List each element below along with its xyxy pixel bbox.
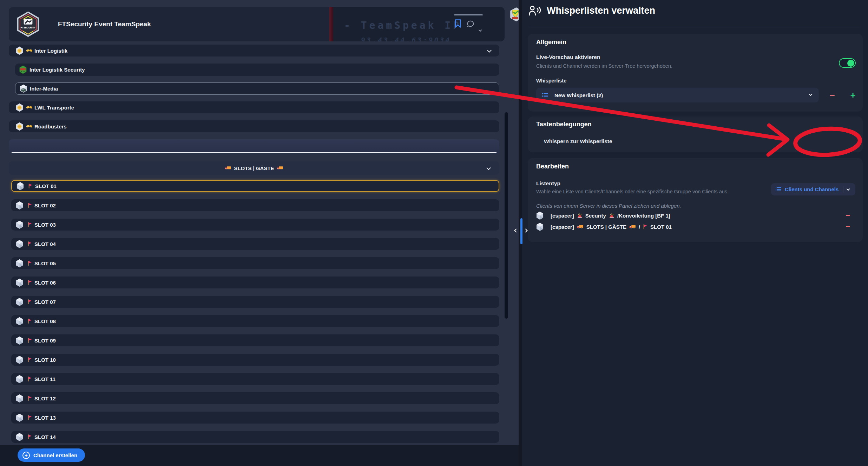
channel-row-inter-media[interactable]: Inter-Media	[15, 82, 499, 95]
hexagon-channel-icon	[16, 220, 23, 229]
spacer-underline	[12, 152, 497, 153]
channel-row-slot[interactable]: SLOT 04	[11, 238, 499, 250]
flag-icon	[27, 318, 32, 324]
channel-row-slot[interactable]: SLOT 01	[11, 180, 499, 192]
live-preview-toggle[interactable]	[839, 58, 856, 68]
channel-row-slot[interactable]: SLOT 05	[11, 257, 499, 269]
group-header-label: SLOTS | GÄSTE	[234, 165, 274, 171]
whisperlist-select[interactable]: New Whisperlist (2)	[536, 88, 819, 102]
flag-icon	[27, 415, 32, 420]
section-title: Bearbeiten	[536, 163, 569, 170]
channel-row-slot[interactable]: SLOT 10	[11, 354, 499, 366]
hotkey-assign-area[interactable]	[778, 133, 849, 149]
channel-label: SLOT 04	[34, 241, 56, 247]
list-icon	[542, 93, 548, 98]
section-title: Tastenbelegungen	[536, 121, 592, 128]
whisperlist-value: New Whisperlist (2)	[554, 92, 603, 98]
hexagon-channel-icon	[16, 413, 23, 422]
chevron-down-icon[interactable]	[479, 28, 482, 32]
handshake-icon	[26, 48, 33, 53]
channel-row-slots-gaeste[interactable]: SLOTS | GÄSTE	[9, 161, 499, 175]
remove-entry-button[interactable]: −	[846, 211, 850, 220]
channel-row-inter-logistik-security[interactable]: Inter Logistik Security	[15, 64, 499, 76]
flag-icon	[27, 260, 32, 266]
channel-row-slot[interactable]: SLOT 03	[11, 219, 499, 231]
channel-row-lwl-transporte[interactable]: LWL Transporte	[9, 101, 499, 113]
flag-icon	[27, 338, 32, 343]
channel-label: SLOT 05	[34, 260, 56, 266]
entry-separator: /	[639, 224, 640, 230]
truck-icon	[225, 166, 231, 171]
hexagon-channel-icon	[16, 375, 23, 384]
channel-label: SLOT 03	[34, 222, 56, 228]
server-tree-panel: FTSECURITY FTSecurity Event TeamSpeak - …	[0, 0, 519, 466]
channel-row-slot[interactable]: SLOT 13	[11, 412, 499, 424]
handshake-icon	[26, 105, 33, 110]
remove-whisperlist-button[interactable]: −	[824, 89, 840, 101]
entry-prefix: [cspacer]	[551, 224, 574, 230]
flag-icon	[27, 280, 32, 285]
channel-row-slot[interactable]: SLOT 11	[11, 373, 499, 385]
create-channel-label: Channel erstellen	[33, 452, 77, 458]
channel-label: SLOT 08	[34, 318, 56, 324]
handshake-icon	[26, 124, 33, 129]
plus-circle-icon: +	[22, 452, 30, 459]
chat-icon[interactable]	[467, 20, 474, 29]
whisperlist-entry[interactable]: [cspacer] SLOTS | GÄSTE / SLOT 01 −	[536, 221, 854, 232]
entry-suffix: SLOT 01	[650, 224, 672, 230]
create-channel-button[interactable]: + Channel erstellen	[18, 448, 85, 462]
channel-label: Roadbusters	[34, 124, 67, 129]
remove-entry-button[interactable]: −	[846, 222, 850, 231]
whisperlist-panel: Whisperlisten verwalten Allgemein Live-V…	[522, 0, 868, 466]
drag-drop-hint: Clients von einem Server in dieses Panel…	[536, 203, 681, 209]
hexagon-channel-icon	[16, 201, 23, 210]
channel-label: SLOT 11	[34, 376, 55, 382]
channel-row-slot[interactable]: SLOT 09	[11, 334, 499, 346]
server-logo: FTSECURITY	[17, 12, 39, 38]
truck-icon	[629, 224, 636, 229]
channel-row-roadbusters[interactable]: Roadbusters	[9, 120, 499, 132]
security-channel-icon	[19, 65, 27, 74]
channel-row-slot[interactable]: SLOT 12	[11, 392, 499, 404]
whisperlist-entry[interactable]: [cspacer] Security /Konvoileitung [BF 1]…	[536, 210, 854, 221]
shield-channel-icon	[16, 46, 23, 55]
section-title: Allgemein	[536, 39, 566, 46]
entry-label: Security	[585, 213, 606, 219]
flag-icon	[27, 222, 32, 227]
list-icon	[775, 187, 781, 192]
panel-resize-handle[interactable]	[520, 218, 522, 244]
channel-label: SLOT 09	[34, 338, 56, 344]
channel-row-slot[interactable]: SLOT 06	[11, 277, 499, 288]
select-divider	[843, 186, 843, 193]
channel-label: SLOT 06	[34, 280, 56, 286]
listentyp-value: Clients und Channels	[785, 186, 839, 192]
channel-label: SLOT 13	[34, 415, 56, 421]
hexagon-channel-icon	[16, 355, 23, 364]
hexagon-channel-icon	[16, 336, 23, 345]
channel-row-slot[interactable]: SLOT 14	[11, 431, 499, 443]
server-banner: - TeamSpeak IP 93.43.44.63:9034	[329, 7, 505, 41]
channel-row-slot[interactable]: SLOT 08	[11, 315, 499, 327]
bookmark-icon[interactable]	[454, 19, 461, 29]
siren-icon	[577, 213, 583, 218]
flag-icon	[27, 395, 32, 401]
channel-label: SLOT 10	[34, 357, 56, 363]
channel-row-slot[interactable]: SLOT 02	[11, 199, 499, 211]
chevron-down-icon[interactable]	[486, 166, 491, 170]
entry-label: SLOTS | GÄSTE	[586, 224, 626, 230]
channel-label: Inter-Media	[30, 86, 58, 92]
shield-channel-icon	[16, 122, 23, 131]
chevron-down-icon[interactable]	[487, 48, 492, 53]
truck-icon	[577, 224, 584, 229]
channel-row-inter-logistik[interactable]: Inter Logistik	[9, 45, 499, 56]
hexagon-channel-icon	[16, 278, 23, 287]
add-whisperlist-button[interactable]: +	[845, 89, 861, 101]
chevron-down-icon	[846, 187, 850, 191]
listentyp-select[interactable]: Clients und Channels	[771, 183, 855, 195]
panel-title: Whisperlisten verwalten	[547, 5, 655, 16]
channel-row-slot[interactable]: SLOT 07	[11, 296, 499, 308]
channel-label: SLOT 07	[34, 299, 56, 305]
server-header[interactable]: FTSECURITY FTSecurity Event TeamSpeak - …	[9, 7, 505, 41]
spacer-channel-row[interactable]	[9, 139, 499, 155]
tree-scrollbar[interactable]	[505, 112, 508, 319]
